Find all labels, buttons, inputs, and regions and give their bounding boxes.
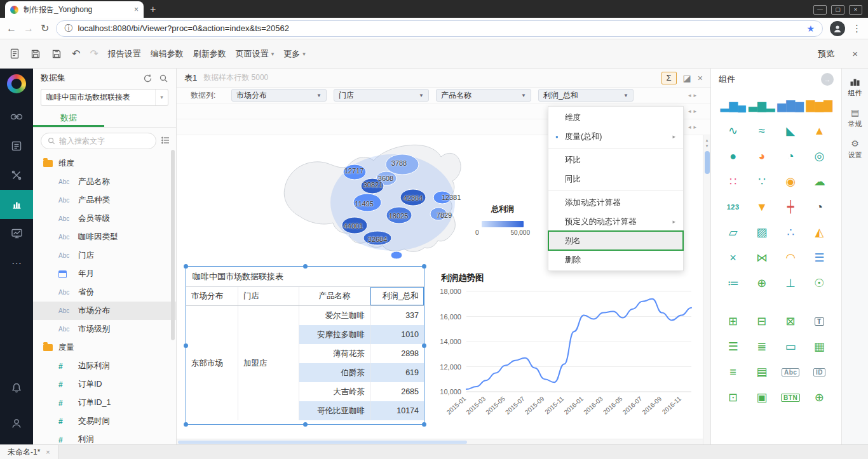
- column-pill[interactable]: 利润_总和▼: [538, 89, 634, 102]
- row-pager-icons[interactable]: ◂▸: [688, 108, 699, 114]
- resize-handle[interactable]: [422, 343, 426, 348]
- tree-field[interactable]: Abc市场级别: [33, 320, 176, 338]
- profit-trend-chart-component[interactable]: 利润趋势图 10,00012,00014,00016,00018,0002015…: [432, 266, 703, 434]
- refresh-dataset-icon[interactable]: [143, 74, 153, 83]
- report-doc-icon[interactable]: [9, 48, 20, 60]
- url-field[interactable]: ⓘ localhost:8080/bi/Viewer?proc=0&action…: [56, 20, 823, 37]
- tree-field[interactable]: #订单ID: [33, 375, 176, 394]
- capsule-widget-icon[interactable]: ▭: [776, 334, 805, 359]
- eraser-icon[interactable]: ◪: [683, 73, 691, 83]
- line-chart-icon[interactable]: ∿: [719, 118, 747, 143]
- column-pill[interactable]: 门店▼: [334, 89, 429, 102]
- report-table-component[interactable]: 咖啡中国市场数据联接表 市场分布 门店 产品名称 利润_总和 东部市场 加盟店 …: [186, 266, 424, 425]
- table-row[interactable]: 薄荷花茶2898: [299, 344, 424, 363]
- button-widget-icon[interactable]: BTN: [776, 385, 805, 410]
- table-header-cell[interactable]: 市场分布: [186, 287, 238, 305]
- tree-field[interactable]: Abc产品名称: [33, 173, 176, 191]
- minimize-button[interactable]: —: [813, 5, 827, 15]
- scrollbar-thumb[interactable]: [178, 441, 467, 444]
- stacked-column-icon[interactable]: ▅▇▆: [776, 93, 805, 118]
- restore-button[interactable]: ▢: [831, 5, 844, 15]
- peak-chart-icon[interactable]: ◭: [805, 220, 834, 245]
- more-button[interactable]: 更多▾: [283, 48, 306, 60]
- resize-handle[interactable]: [184, 264, 188, 269]
- menu-item[interactable]: 添加动态计算器: [548, 193, 683, 212]
- nav-etl-tools[interactable]: [0, 161, 33, 190]
- candlestick-chart-icon[interactable]: ┿: [776, 194, 805, 220]
- dataset-scrollbar[interactable]: [171, 150, 175, 340]
- column-chart-icon[interactable]: ▂▆▄: [719, 93, 747, 118]
- tree-field[interactable]: #利润: [33, 430, 176, 444]
- edit-params-button[interactable]: 编辑参数: [151, 48, 184, 60]
- bubble-chart-icon[interactable]: ◉: [776, 169, 805, 194]
- page-tab-close-icon[interactable]: ×: [46, 448, 50, 456]
- nav-more[interactable]: ⋯: [0, 248, 33, 277]
- page-settings-button[interactable]: 页面设置▾: [236, 48, 275, 60]
- row-pager-icons[interactable]: ◂▸: [688, 124, 699, 130]
- collapse-panel-button[interactable]: →: [821, 73, 834, 86]
- account-button[interactable]: [0, 409, 33, 438]
- aggregate-sigma-button[interactable]: Σ: [661, 72, 677, 84]
- tab-close-icon[interactable]: ×: [134, 5, 139, 14]
- tab-components[interactable]: 组件: [848, 77, 862, 98]
- scroll-down-icon[interactable]: ▾: [706, 143, 709, 149]
- tree-field[interactable]: Abc产品种类: [33, 191, 176, 210]
- surface-chart-icon[interactable]: ▨: [747, 220, 776, 245]
- tree-field[interactable]: Abc咖啡因类型: [33, 228, 176, 246]
- table-row[interactable]: 爱尔兰咖啡337: [299, 306, 424, 325]
- forward-icon[interactable]: →: [24, 23, 34, 34]
- tree-field[interactable]: 年月: [33, 265, 176, 283]
- page-tab[interactable]: 未命名-1* ×: [0, 445, 58, 459]
- column-pill[interactable]: 产品名称▼: [436, 89, 531, 102]
- boxplot-chart-icon[interactable]: ⊥: [776, 270, 805, 296]
- browser-menu-icon[interactable]: ⋮: [852, 23, 862, 34]
- table-header-cell[interactable]: 门店: [238, 287, 299, 305]
- resize-handle[interactable]: [184, 422, 188, 427]
- notifications-button[interactable]: [0, 373, 33, 402]
- resize-handle[interactable]: [303, 422, 308, 427]
- table-row[interactable]: 大吉岭茶2685: [299, 382, 424, 401]
- histogram-icon[interactable]: ▃▆▂: [747, 93, 776, 118]
- resize-handle[interactable]: [184, 343, 188, 348]
- tree-folder[interactable]: 维度: [33, 154, 176, 173]
- tree-field[interactable]: #订单ID_1: [33, 394, 176, 412]
- list-table-icon[interactable]: ☰: [719, 334, 747, 359]
- table-row[interactable]: 哥伦比亚咖啡10174: [299, 401, 424, 420]
- rose-chart-icon[interactable]: ◕: [747, 143, 776, 169]
- dataset-select[interactable]: 咖啡中国市场数据联接表 ▾: [41, 89, 168, 106]
- tree-table-icon[interactable]: ≣: [747, 334, 776, 359]
- parallelogram-chart-icon[interactable]: ▱: [719, 220, 747, 245]
- table-row[interactable]: 伯爵茶619: [299, 363, 424, 382]
- table-header-cell-selected[interactable]: 利润_总和: [370, 287, 424, 305]
- tree-field[interactable]: #交易时间: [33, 412, 176, 430]
- tab-general[interactable]: ▤ 常规: [848, 108, 862, 129]
- close-window-button[interactable]: ×: [849, 5, 862, 15]
- field-search-box[interactable]: [41, 133, 156, 149]
- resize-handle[interactable]: [422, 264, 426, 269]
- donut-chart-icon[interactable]: ◔: [776, 143, 805, 169]
- tree-field[interactable]: #边际利润: [33, 357, 176, 375]
- header-table-icon[interactable]: ⊟: [747, 309, 776, 334]
- report-settings-button[interactable]: 报告设置: [108, 48, 141, 60]
- tab-container-icon[interactable]: ⊡: [719, 385, 747, 410]
- canvas-horizontal-scrollbar[interactable]: [177, 439, 703, 444]
- menu-item[interactable]: 删除: [548, 250, 683, 269]
- menu-item[interactable]: 环比: [548, 150, 683, 170]
- undo-icon[interactable]: ↶: [72, 48, 80, 60]
- save-icon[interactable]: [30, 48, 41, 60]
- image-widget-icon[interactable]: ▣: [747, 385, 776, 410]
- row-pager-icons[interactable]: ◂▸: [688, 92, 699, 98]
- tab-data[interactable]: 数据: [33, 110, 104, 127]
- stacked-area-chart-icon[interactable]: ▲: [805, 118, 834, 143]
- scatter-line-icon[interactable]: ∴: [776, 220, 805, 245]
- new-tab-button[interactable]: +: [150, 4, 156, 15]
- tree-folder[interactable]: 度量: [33, 338, 176, 357]
- web-widget-icon[interactable]: ⊕: [805, 385, 834, 410]
- pie-chart-icon[interactable]: ●: [719, 143, 747, 169]
- search-input[interactable]: [59, 136, 149, 145]
- form-table-icon[interactable]: ▤: [747, 359, 776, 385]
- field-options-icon[interactable]: [161, 135, 170, 147]
- funnel-chart-icon[interactable]: ▼: [747, 194, 776, 220]
- scroll-up-icon[interactable]: ▴: [706, 137, 709, 143]
- nav-dashboard[interactable]: [0, 219, 33, 248]
